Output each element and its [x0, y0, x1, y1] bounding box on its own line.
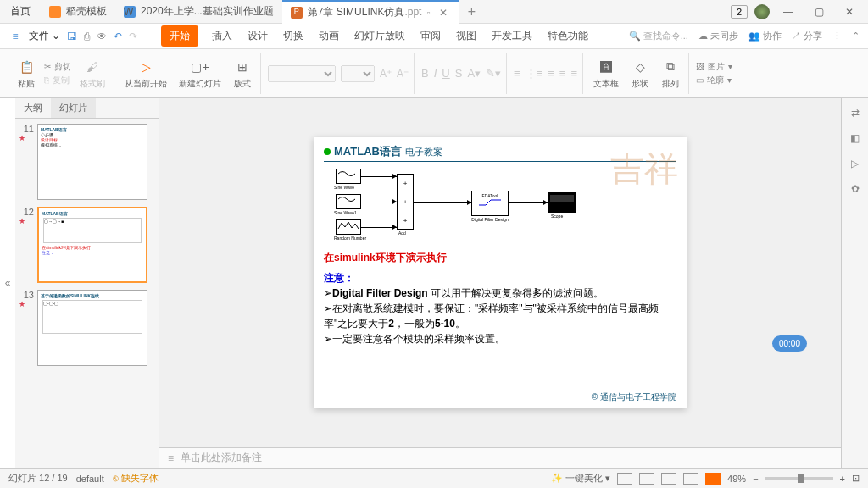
slide-counter: 幻灯片 12 / 19: [8, 472, 68, 485]
image-button[interactable]: 🖼 图片▾: [696, 61, 732, 73]
block-scope: [548, 192, 576, 213]
slide-panel: 大纲 幻灯片 11★ MATLAB语言◇步骤...设计目标模拟系统... 12★…: [15, 98, 159, 468]
ribbon-tab-dev[interactable]: 开发工具: [490, 25, 534, 47]
bullets-icon: ≡: [514, 67, 520, 80]
ribbon-tab-design[interactable]: 设计: [246, 25, 270, 47]
tab-ppt-active[interactable]: P 第7章 SIMULINK仿真.ppt ▫ ✕: [282, 0, 459, 24]
outline-tab[interactable]: 大纲: [15, 98, 51, 118]
ribbon-tabs: 开始 插入 设计 切换 动画 幻灯片放映 审阅 视图 开发工具 特色功能: [161, 25, 590, 47]
slide-canvas: 吉祥 MATLAB语言 电子教案 Sine Wave Sine Wave1 Ra…: [159, 98, 841, 468]
word-icon: W: [124, 6, 136, 18]
home-button[interactable]: 首页: [0, 4, 41, 19]
collapse-sidebar-icon[interactable]: «: [0, 98, 15, 468]
thumbnails[interactable]: 11★ MATLAB语言◇步骤...设计目标模拟系统... 12★ MATLAB…: [15, 119, 159, 468]
collapse-ribbon-icon[interactable]: ⌃: [852, 30, 860, 42]
tab-label: 2020年上学...基础实训作业题: [141, 4, 274, 19]
maximize-button[interactable]: ▢: [807, 3, 831, 20]
zoom-slider[interactable]: [765, 477, 833, 480]
simulink-diagram: Sine Wave Sine Wave1 Random Number +++ A…: [331, 169, 670, 247]
label-add: Add: [398, 230, 406, 236]
notification-badge[interactable]: 2: [731, 5, 748, 19]
view-slideshow-icon[interactable]: [705, 473, 721, 485]
ppt-icon: P: [291, 7, 303, 19]
font-size-select: [341, 65, 375, 82]
timer-badge[interactable]: 00:00: [772, 336, 807, 352]
arrange-button[interactable]: ⧉排列: [658, 56, 683, 92]
panel-prop-icon[interactable]: ✿: [851, 183, 860, 195]
ribbon-tab-special[interactable]: 特色功能: [546, 25, 590, 47]
notes-pane[interactable]: ≡ 单击此处添加备注: [159, 447, 841, 468]
main-area: « 大纲 幻灯片 11★ MATLAB语言◇步骤...设计目标模拟系统... 1…: [0, 98, 868, 468]
view-sorter-icon[interactable]: [661, 473, 676, 485]
panel-style-icon[interactable]: ◧: [850, 132, 860, 144]
textbox-button[interactable]: 🅰文本框: [590, 56, 622, 92]
italic-icon: I: [434, 67, 437, 80]
save-icon[interactable]: 🖫: [67, 30, 77, 42]
tab-doc[interactable]: W 2020年上学...基础实训作业题: [115, 0, 282, 24]
align-right-icon: ≡: [570, 67, 577, 80]
ribbon-tab-slideshow[interactable]: 幻灯片放映: [353, 25, 407, 47]
close-button[interactable]: ✕: [837, 3, 861, 20]
copy-button[interactable]: ⎘ 复制: [44, 75, 71, 86]
thumb-12[interactable]: 12★ MATLAB语言▢→▢→■在simulink环境下演示执行注意：: [19, 207, 155, 283]
app-menu-icon[interactable]: ≡: [8, 30, 22, 43]
collab-button[interactable]: 👥 协作: [748, 30, 782, 42]
ribbon-tab-review[interactable]: 审阅: [419, 25, 442, 47]
thumb-11[interactable]: 11★ MATLAB语言◇步骤...设计目标模拟系统...: [19, 124, 155, 200]
zoom-in-icon[interactable]: +: [840, 474, 845, 484]
slide-title: MATLAB语言: [334, 144, 402, 159]
search-input[interactable]: 🔍 查找命令...: [629, 30, 688, 42]
ribbon-tab-view[interactable]: 视图: [454, 25, 478, 47]
thumb-13[interactable]: 13★ 基于传递函数的SIMULINK连续▢-▢-▢: [19, 290, 155, 366]
sync-status[interactable]: ☁ 未同步: [698, 30, 738, 42]
new-slide-button[interactable]: ▢+新建幻灯片: [175, 56, 225, 92]
file-menu[interactable]: 文件 ⌄: [29, 29, 60, 43]
layout-button[interactable]: ⊞版式: [230, 56, 255, 92]
fit-icon[interactable]: ⊡: [852, 473, 860, 484]
redo-icon[interactable]: ↷: [129, 30, 137, 42]
outline-button[interactable]: ▭ 轮廓▾: [696, 75, 732, 86]
slide-subtitle: 电子教案: [405, 146, 442, 158]
daoke-icon: [49, 6, 61, 18]
bullet-icon: [324, 148, 331, 155]
shape-button[interactable]: ◇形状: [627, 56, 653, 92]
share-button[interactable]: ↗ 分享: [792, 30, 822, 42]
block-sine2: [336, 194, 361, 209]
more-icon[interactable]: ⋮: [832, 30, 842, 42]
avatar[interactable]: [754, 4, 770, 19]
copyright: © 通信与电子工程学院: [592, 391, 676, 403]
tab-daoke[interactable]: 稻壳模板: [41, 0, 115, 24]
print-icon[interactable]: ⎙: [84, 30, 90, 42]
ribbon-tab-start[interactable]: 开始: [161, 25, 198, 47]
ribbon-tab-insert[interactable]: 插入: [210, 25, 234, 47]
minimize-button[interactable]: —: [776, 3, 800, 20]
close-icon[interactable]: ✕: [436, 7, 451, 19]
window-controls: 2 — ▢ ✕: [731, 3, 868, 20]
slide[interactable]: 吉祥 MATLAB语言 电子教案 Sine Wave Sine Wave1 Ra…: [314, 137, 687, 408]
underline-icon: U: [442, 67, 449, 80]
label-filter: Digital Filter Design: [471, 217, 509, 222]
tab-menu-icon[interactable]: ▫: [426, 7, 430, 19]
tab-label: 稻壳模板: [66, 4, 107, 19]
view-reading-icon[interactable]: [683, 473, 698, 485]
format-painter-button[interactable]: 🖌格式刷: [76, 56, 108, 92]
slides-tab[interactable]: 幻灯片: [51, 98, 96, 118]
from-current-button[interactable]: ▷从当前开始: [121, 56, 170, 92]
label-sine1: Sine Wave: [334, 185, 354, 190]
beautify-button[interactable]: ✨ 一键美化 ▾: [551, 472, 610, 485]
zoom-out-icon[interactable]: −: [753, 474, 758, 484]
panel-toggle-icon[interactable]: ⇄: [851, 107, 860, 119]
ribbon-tab-transition[interactable]: 切换: [281, 25, 305, 47]
missing-fonts[interactable]: ⎋ 缺失字体: [113, 472, 159, 485]
undo-icon[interactable]: ↶: [114, 30, 122, 42]
numbering-icon: ⋮≡: [526, 67, 543, 80]
view-notes-icon[interactable]: [617, 473, 632, 485]
paste-button[interactable]: 📋粘贴: [14, 56, 39, 92]
cut-button[interactable]: ✂ 剪切: [44, 61, 71, 73]
panel-anim-icon[interactable]: ▷: [851, 158, 859, 169]
ribbon-tab-animation[interactable]: 动画: [317, 25, 341, 47]
titlebar: 首页 稻壳模板 W 2020年上学...基础实训作业题 P 第7章 SIMULI…: [0, 0, 868, 24]
new-tab-button[interactable]: +: [459, 0, 484, 24]
preview-icon[interactable]: 👁: [97, 30, 107, 42]
view-normal-icon[interactable]: [639, 473, 654, 485]
